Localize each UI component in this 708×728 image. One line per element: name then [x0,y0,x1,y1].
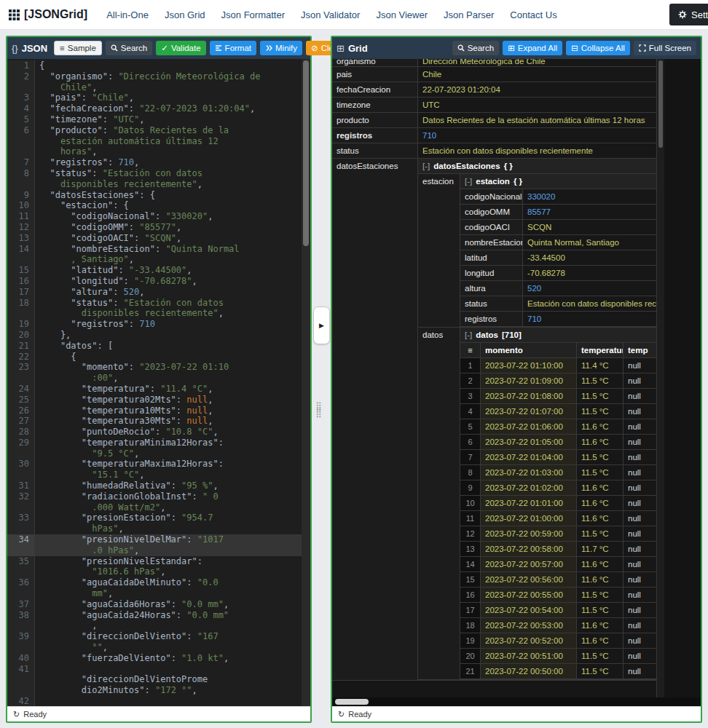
grid-search-button[interactable]: Search [452,41,499,55]
sample-button[interactable]: ≡ Sample [54,41,102,55]
null-cell[interactable]: null [624,419,656,434]
momento-cell[interactable]: 2023-07-22 00:53:00 [481,618,577,633]
editor-line[interactable]: 35 "presionNivelEstandar": [7,556,302,567]
temperatura-cell[interactable]: 11.6 °C [577,511,624,526]
temperatura-cell[interactable]: 11.4 °C [577,358,624,373]
editor-line[interactable]: 29 "temperaturaMinima12Horas": [7,438,302,448]
editor-line[interactable]: disponibles recientemente", [7,179,302,190]
editor-line[interactable]: , Santiago", [7,254,302,265]
editor-code[interactable]: 1{2 "organismo": "Dirección Meteorológic… [7,60,302,706]
grid-key-cell[interactable]: status [332,143,418,158]
grid-key-cell[interactable]: altura [460,281,523,296]
null-cell[interactable]: null [624,649,656,663]
null-cell[interactable]: null [624,450,656,464]
momento-cell[interactable]: 2023-07-22 01:09:00 [481,373,577,388]
momento-cell[interactable]: 2023-07-22 01:04:00 [481,450,577,464]
null-cell[interactable]: null [624,633,656,648]
momento-cell[interactable]: 2023-07-22 01:06:00 [481,419,577,434]
editor-line[interactable]: °", [7,642,302,653]
editor-line[interactable]: 1{ [7,60,302,71]
editor-line[interactable]: estación automática últimas 12 [7,136,302,147]
editor-line[interactable]: 19 "registros": 710 [7,319,302,330]
null-cell[interactable]: null [624,618,656,633]
grid-key-cell[interactable]: latitud [460,250,523,265]
null-cell[interactable]: null [624,496,656,510]
editor-line[interactable]: 23 "momento": "2023-07-22 01:10 [7,362,302,373]
temperatura-cell[interactable]: 11.6 °C [577,496,624,510]
editor-line[interactable]: dio2Minutos": "172 °", [7,685,302,696]
editor-line[interactable]: 20 }, [7,330,302,341]
null-cell[interactable]: null [624,526,656,541]
grid-key-cell[interactable]: datosEstaciones [332,159,418,680]
null-cell[interactable]: null [624,511,656,526]
editor-line[interactable]: "direccionDelVientoProme [7,674,302,685]
editor-line[interactable]: 39 "direccionDelViento": "167 [7,631,302,642]
temperatura-cell[interactable]: 11.6 °C [577,435,624,449]
editor-line[interactable]: 10 "estacion": { [7,200,302,211]
nav-link[interactable]: Json Formatter [221,9,285,20]
editor-line[interactable]: 6 "producto": "Datos Recientes de la [7,125,302,136]
momento-cell[interactable]: 2023-07-22 00:55:00 [481,587,577,602]
editor-line[interactable]: "1016.6 hPas", [7,566,302,577]
null-cell[interactable]: null [624,465,656,480]
editor-vertical-scrollbar[interactable] [302,59,310,706]
temperatura-cell[interactable]: 11.5 °C [577,465,624,480]
temperatura-cell[interactable]: 11.5 °C [577,603,624,617]
grid-key-cell[interactable]: longitud [460,266,523,280]
grid-key-cell[interactable]: codigoNacional [460,189,523,204]
temperatura-cell[interactable]: 11.5 °C [577,450,624,464]
grid-column-header[interactable]: temperatura [577,343,624,357]
null-cell[interactable]: null [624,480,656,495]
grid-value-cell[interactable]: 710 [418,128,656,143]
temperatura-cell[interactable]: 11.5 °C [577,373,624,388]
temperatura-cell[interactable]: 11.5 °C [577,404,624,419]
editor-line[interactable]: 12 "codigoOMM": "85577", [7,222,302,233]
editor-line[interactable]: 15 "latitud": "-33.44500", [7,265,302,276]
null-cell[interactable]: null [624,389,656,403]
momento-cell[interactable]: 2023-07-22 01:10:00 [481,358,577,373]
grid-key-cell[interactable]: estacion [418,174,460,327]
editor-line[interactable]: 38 "aguaCaida24Horas": "0.0 mm" [7,610,302,621]
grid-value-cell[interactable]: 710 [523,312,656,326]
menu-icon-cell[interactable]: ≡ [460,343,481,357]
editor-line[interactable]: 42 [7,696,302,706]
editor-line[interactable]: Chile", [7,82,302,93]
momento-cell[interactable]: 2023-07-22 01:00:00 [481,511,577,526]
null-cell[interactable]: null [624,603,656,617]
editor-line[interactable]: horas", [7,146,302,157]
temperatura-cell[interactable]: 11.5 °C [577,649,624,663]
grid-value-cell[interactable]: 85577 [523,205,656,219]
nav-link[interactable]: Contact Us [510,9,556,20]
expand-editor-button[interactable]: ▶ [313,306,330,344]
editor-line[interactable]: 11 "codigoNacional": "330020", [7,211,302,222]
editor-line[interactable]: disponibles recientemente", [7,308,302,319]
collapse-toggle[interactable]: [-] [422,162,430,170]
momento-cell[interactable]: 2023-07-22 01:07:00 [481,404,577,419]
editor-line[interactable]: 28 "puntoDeRocio": "10.8 °C", [7,427,302,438]
temperatura-cell[interactable]: 11.5 °C [577,664,624,678]
momento-cell[interactable]: 2023-07-22 01:01:00 [481,496,577,510]
momento-cell[interactable]: 2023-07-22 00:51:00 [481,649,577,663]
editor-line[interactable]: 25 "temperatura02Mts": null, [7,395,302,405]
momento-cell[interactable]: 2023-07-22 00:50:00 [481,664,577,678]
grid-value-cell[interactable]: -70.68278 [523,266,656,280]
grid-key-cell[interactable]: codigoOACI [460,220,523,234]
temperatura-cell[interactable]: 11.6 °C [577,572,624,587]
editor-line[interactable]: 22 { [7,352,302,363]
expand-all-button[interactable]: ⊞ Expand All [503,41,562,55]
grid-key-cell[interactable]: registros [332,128,418,143]
editor-line[interactable]: mm", [7,588,302,599]
grid-key-cell[interactable]: datos [418,328,460,679]
minify-button[interactable]: Minify [260,41,302,55]
grid-value-cell[interactable]: Estación con datos disponibles recientem… [523,296,656,311]
null-cell[interactable]: null [624,373,656,388]
grid-value-cell[interactable]: 22-07-2023 01:20:04 [418,82,656,97]
collapse-toggle[interactable]: [-] [465,331,472,339]
null-cell[interactable]: null [624,587,656,602]
editor-line[interactable]: 17 "altura": 520, [7,287,302,298]
editor-line[interactable]: 32 "radiacionGlobalInst": " 0 [7,491,302,502]
editor-line[interactable]: 8 "status": "Estación con datos [7,168,302,179]
nav-link[interactable]: Json Viewer [376,9,428,20]
grid-horizontal-scrollbar[interactable] [332,697,701,706]
temperatura-cell[interactable]: 11.6 °C [577,480,624,495]
